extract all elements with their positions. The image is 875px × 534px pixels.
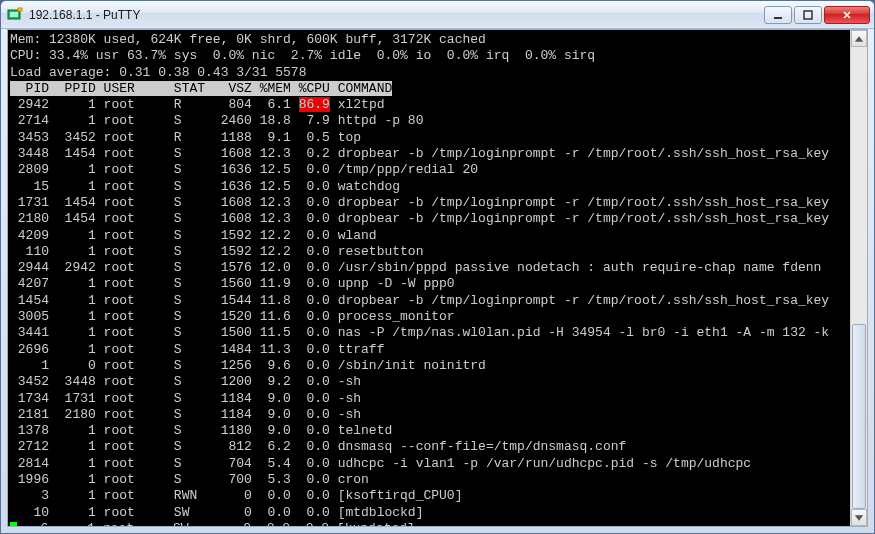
svg-rect-4 (804, 11, 812, 19)
titlebar[interactable]: 192.168.1.1 - PuTTY (1, 1, 874, 29)
scroll-track[interactable] (851, 47, 867, 509)
minimize-button[interactable] (764, 6, 792, 24)
terminal-content: Mem: 12380K used, 624K free, 0K shrd, 60… (10, 32, 849, 524)
putty-icon (7, 7, 23, 23)
close-button[interactable] (824, 6, 870, 24)
window-title: 192.168.1.1 - PuTTY (29, 8, 764, 22)
terminal[interactable]: Mem: 12380K used, 624K free, 0K shrd, 60… (7, 29, 868, 527)
svg-rect-1 (10, 12, 18, 17)
scroll-up-button[interactable] (851, 30, 867, 47)
scroll-down-button[interactable] (851, 509, 867, 526)
svg-rect-2 (18, 8, 22, 11)
scroll-thumb[interactable] (852, 324, 866, 509)
window-controls (764, 6, 870, 24)
putty-window: 192.168.1.1 - PuTTY Mem: 12380K used, 62… (0, 0, 875, 534)
maximize-button[interactable] (794, 6, 822, 24)
scrollbar[interactable] (850, 30, 867, 526)
